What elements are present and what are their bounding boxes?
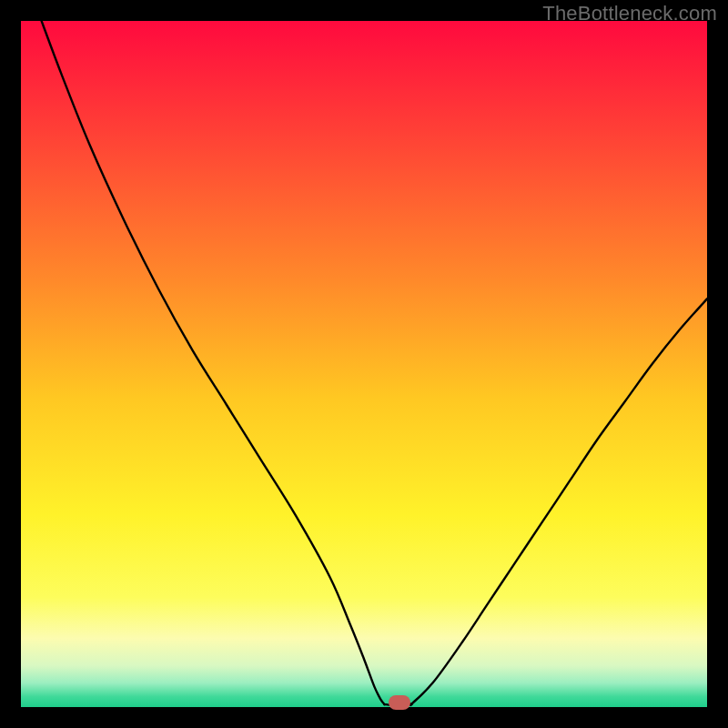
- watermark-text: TheBottleneck.com: [542, 2, 717, 25]
- chart-svg: [21, 21, 707, 707]
- plot-area: [21, 21, 707, 707]
- chart-frame: TheBottleneck.com: [0, 0, 728, 728]
- optimum-marker: [389, 695, 410, 710]
- gradient-background: [21, 21, 707, 707]
